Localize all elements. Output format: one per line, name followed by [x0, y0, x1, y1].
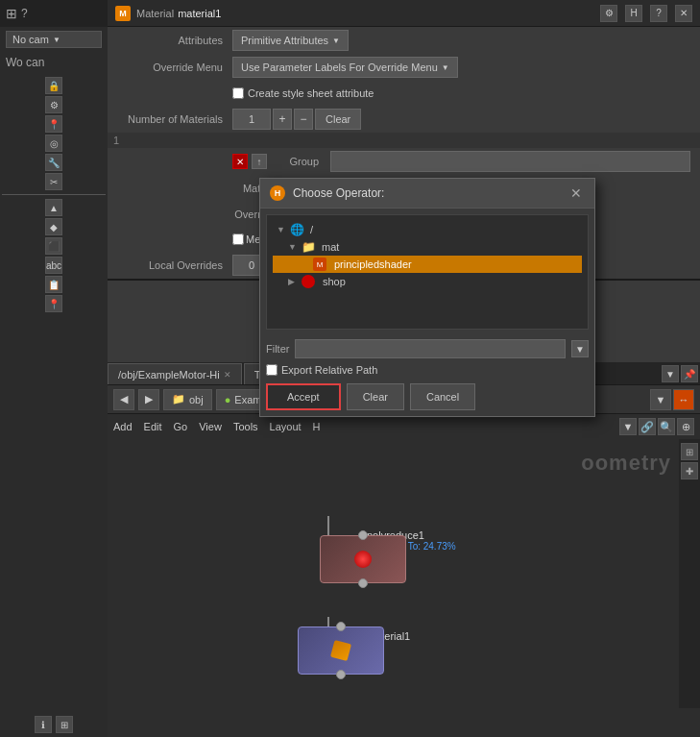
shop-label: shop — [323, 276, 346, 287]
mat-expander: ▼ — [288, 242, 298, 252]
shop-expander: ▶ — [288, 277, 298, 286]
dialog-houdini-icon: H — [270, 185, 285, 201]
shop-icon — [302, 275, 315, 288]
tree-item-root[interactable]: ▼ 🌐 / — [273, 221, 582, 238]
dialog-header: H Choose Operator: ✕ — [260, 179, 594, 209]
filter-input[interactable] — [295, 339, 566, 358]
principledshader-label: principledshader — [334, 258, 412, 270]
export-relative-label: Export Relative Path — [281, 364, 377, 376]
mat-label: mat — [322, 241, 339, 253]
dialog-title: Choose Operator: — [293, 186, 567, 200]
export-relative-row: Export Relative Path — [260, 362, 594, 378]
tree-item-shop[interactable]: ▶ shop — [273, 273, 582, 290]
tree-item-principledshader[interactable]: M principledshader — [273, 256, 582, 273]
root-expander: ▼ — [277, 225, 286, 234]
mat-folder-icon: 📁 — [302, 240, 316, 254]
filter-row: Filter ▼ — [260, 335, 594, 362]
accept-button[interactable]: Accept — [266, 383, 341, 410]
cancel-button[interactable]: Cancel — [410, 383, 475, 410]
dialog-overlay: H Choose Operator: ✕ ▼ 🌐 / ▼ 📁 mat M pr — [0, 0, 700, 737]
globe-icon: 🌐 — [290, 223, 304, 236]
root-slash: / — [310, 224, 313, 235]
filter-arrow-btn[interactable]: ▼ — [571, 340, 589, 357]
operator-tree[interactable]: ▼ 🌐 / ▼ 📁 mat M principledshader ▶ shop — [266, 214, 589, 330]
choose-operator-dialog: H Choose Operator: ✕ ▼ 🌐 / ▼ 📁 mat M pr — [259, 178, 595, 417]
tree-item-mat[interactable]: ▼ 📁 mat — [273, 238, 582, 256]
filter-label: Filter — [266, 343, 289, 355]
dialog-close-btn[interactable]: ✕ — [567, 184, 585, 202]
clear-button[interactable]: Clear — [347, 383, 404, 410]
shader-icon: M — [313, 258, 326, 271]
dialog-buttons: Accept Clear Cancel — [260, 378, 594, 416]
export-relative-checkbox[interactable] — [266, 364, 278, 376]
